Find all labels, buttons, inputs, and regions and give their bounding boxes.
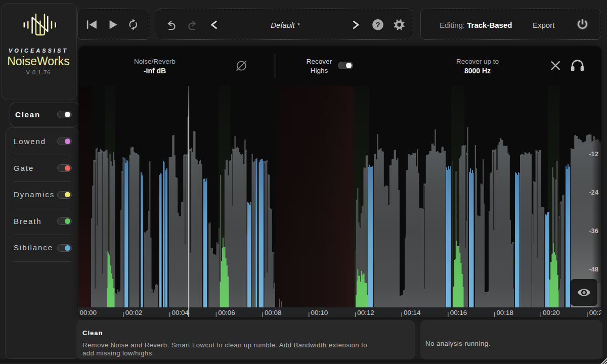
svg-text:?: ? (375, 20, 380, 29)
